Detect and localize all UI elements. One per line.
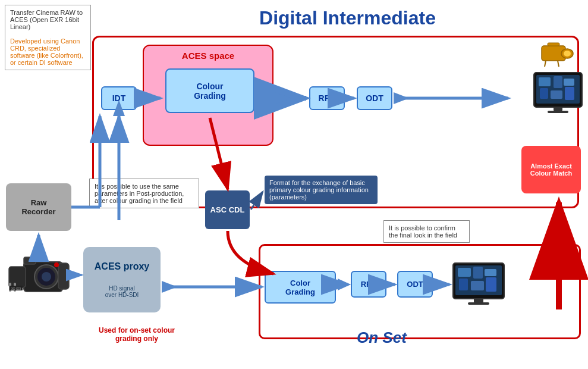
monitor-bottom-svg bbox=[452, 262, 505, 309]
info-box-line2: Developed using Canon CRD, specialized s… bbox=[10, 37, 83, 66]
odt-top-box: ODT bbox=[357, 86, 392, 110]
colour-grading-box: ColourGrading bbox=[165, 68, 254, 113]
svg-rect-8 bbox=[539, 77, 551, 86]
svg-line-4 bbox=[545, 61, 546, 67]
svg-rect-20 bbox=[24, 257, 36, 264]
svg-rect-35 bbox=[486, 277, 496, 292]
svg-rect-13 bbox=[565, 87, 574, 100]
svg-rect-30 bbox=[458, 268, 471, 277]
rrt-bottom-box: RRT bbox=[351, 271, 386, 298]
raw-recorder-box: RawRecorder bbox=[6, 183, 71, 231]
rrt-top-label: RRT bbox=[319, 93, 336, 103]
projector-svg bbox=[539, 37, 577, 70]
aces-proxy-sub: HD signalover HD-SDI bbox=[105, 285, 139, 298]
page-title: Digital Intermediate bbox=[119, 7, 576, 29]
idt-box: IDT bbox=[101, 86, 137, 110]
asc-cdl-label: ASC CDL bbox=[210, 205, 245, 214]
svg-rect-11 bbox=[540, 88, 548, 99]
svg-rect-12 bbox=[551, 90, 562, 99]
svg-rect-26 bbox=[58, 263, 69, 289]
rrt-bottom-label: RRT bbox=[361, 280, 377, 289]
odt-bottom-box: ODT bbox=[397, 271, 433, 298]
svg-rect-9 bbox=[554, 76, 562, 88]
svg-point-19 bbox=[42, 272, 51, 282]
field-confirm-text: It is possible to confirm the final look… bbox=[389, 224, 457, 239]
info-box-line1: Transfer Cinema RAW to ACES (Open EXR 16… bbox=[10, 9, 83, 30]
svg-rect-34 bbox=[471, 281, 484, 290]
aces-proxy-box: ACES proxy HD signalover HD-SDI bbox=[83, 247, 161, 312]
middle-info-box: It is possible to use the same parameter… bbox=[89, 179, 199, 208]
aces-proxy-title: ACES proxy bbox=[95, 261, 149, 272]
almost-exact-label: Almost Exact Colour Match bbox=[524, 162, 578, 177]
on-set-label: On Set bbox=[357, 329, 407, 347]
almost-exact-box: Almost Exact Colour Match bbox=[521, 146, 581, 193]
camera-area: 3G-SDI bbox=[6, 250, 71, 304]
aces-space-label: ACES space bbox=[182, 51, 234, 61]
main-container: Digital Intermediate Transfer Cinema RAW… bbox=[0, 0, 588, 369]
idt-label: IDT bbox=[112, 93, 126, 103]
colour-grading-label: ColourGrading bbox=[194, 82, 226, 101]
svg-marker-56 bbox=[162, 281, 177, 293]
svg-point-27 bbox=[54, 262, 59, 267]
odt-top-label: ODT bbox=[366, 93, 383, 103]
svg-point-2 bbox=[564, 51, 571, 57]
raw-recorder-label: RawRecorder bbox=[21, 198, 55, 216]
svg-rect-33 bbox=[459, 279, 468, 290]
svg-line-5 bbox=[558, 61, 559, 67]
camera-svg: 3G-SDI bbox=[6, 250, 71, 304]
svg-rect-32 bbox=[485, 269, 496, 276]
monitor-top bbox=[533, 71, 583, 116]
format-info-text: Format for the exchange of basic primary… bbox=[269, 179, 369, 201]
projector-icon bbox=[539, 37, 577, 70]
svg-rect-3 bbox=[548, 43, 559, 46]
odt-bottom-label: ODT bbox=[407, 280, 423, 289]
rrt-top-box: RRT bbox=[309, 86, 345, 110]
asc-cdl-box: ASC CDL bbox=[205, 190, 250, 229]
svg-rect-14 bbox=[554, 107, 562, 111]
field-confirm-box: It is possible to confirm the final look… bbox=[383, 220, 470, 243]
svg-rect-21 bbox=[9, 267, 26, 287]
svg-rect-37 bbox=[468, 302, 489, 305]
info-box-transfer: Transfer Cinema RAW to ACES (Open EXR 16… bbox=[5, 5, 91, 70]
middle-info-text: It is possible to use the same parameter… bbox=[95, 183, 184, 204]
color-grading-bottom-box: ColorGrading bbox=[265, 271, 336, 304]
on-set-grading-label: Used for on-set colourgrading only bbox=[99, 326, 175, 343]
format-info-box: Format for the exchange of basic primary… bbox=[265, 176, 378, 204]
color-grading-bottom-label: ColorGrading bbox=[285, 279, 315, 296]
monitor-top-svg bbox=[533, 71, 583, 116]
on-set-grading-text: Used for on-set colourgrading only bbox=[92, 326, 181, 343]
on-set-text: On Set bbox=[357, 329, 407, 346]
svg-rect-31 bbox=[473, 267, 483, 279]
svg-rect-15 bbox=[548, 111, 568, 113]
svg-rect-36 bbox=[474, 299, 483, 302]
svg-text:3G-SDI: 3G-SDI bbox=[11, 287, 21, 290]
monitor-bottom bbox=[452, 262, 505, 309]
svg-rect-10 bbox=[564, 79, 574, 86]
